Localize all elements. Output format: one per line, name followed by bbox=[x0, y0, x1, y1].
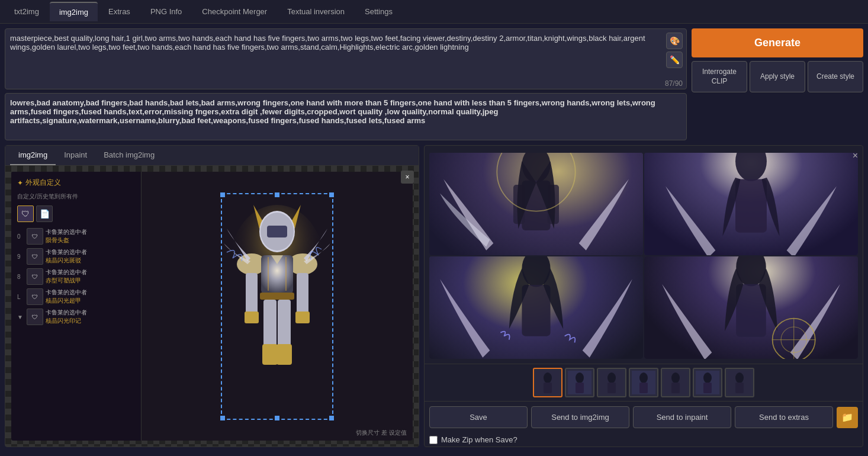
save-button[interactable]: Save bbox=[429, 406, 528, 428]
right-panel: × bbox=[424, 145, 863, 447]
edit-button[interactable]: ✏️ bbox=[666, 52, 683, 68]
result-svg-3 bbox=[429, 256, 643, 359]
result-image-2[interactable] bbox=[644, 153, 858, 255]
thumb-svg-6 bbox=[696, 371, 719, 394]
thumbnail-4[interactable] bbox=[629, 368, 658, 397]
result-svg-2 bbox=[644, 153, 858, 255]
result-close-button[interactable]: × bbox=[853, 150, 858, 161]
send-to-extras-button[interactable]: Send to extras bbox=[735, 406, 833, 428]
negative-prompt-input[interactable]: lowres,bad anatomy,bad fingers,bad hands… bbox=[5, 94, 686, 138]
item-icon-4[interactable]: 🛡 bbox=[27, 309, 43, 325]
thumbnail-1[interactable] bbox=[533, 368, 562, 397]
thumbnail-7[interactable] bbox=[725, 368, 754, 397]
positive-prompt-input[interactable]: masterpiece,best quality,long hair,1 gir… bbox=[5, 29, 686, 76]
svg-rect-44 bbox=[576, 383, 584, 393]
tab-settings[interactable]: Settings bbox=[355, 2, 402, 21]
create-style-button[interactable]: Create style bbox=[808, 61, 863, 92]
list-item: 8 🛡 卡鲁莱的选中者 赤型可塑战甲 bbox=[17, 267, 135, 286]
tab-batch-img2img[interactable]: Batch img2img bbox=[95, 146, 163, 165]
top-section: masterpiece,best quality,long hair,1 gir… bbox=[5, 28, 863, 140]
svg-rect-12 bbox=[262, 344, 278, 365]
canvas-close-button[interactable]: × bbox=[401, 171, 414, 184]
svg-rect-14 bbox=[246, 273, 258, 314]
zip-checkbox[interactable] bbox=[429, 436, 438, 444]
result-svg-1 bbox=[429, 153, 643, 255]
item-icon-0[interactable]: 🛡 bbox=[27, 228, 43, 245]
game-items-list: 0 🛡 卡鲁莱的选中者 陨骨头盔 9 🛡 bbox=[17, 227, 135, 326]
img2img-canvas[interactable]: × ✦ 外观自定义 自定义/历史笔到所有件 🛡 bbox=[5, 166, 419, 447]
thumb-svg-4 bbox=[632, 371, 655, 394]
interrogate-clip-button[interactable]: Interrogate CLIP bbox=[692, 61, 747, 92]
svg-rect-9 bbox=[260, 293, 294, 300]
svg-rect-50 bbox=[639, 383, 648, 393]
svg-point-49 bbox=[639, 372, 648, 383]
tab-png-info[interactable]: PNG Info bbox=[141, 2, 191, 21]
char-count: 87/90 bbox=[5, 78, 686, 89]
svg-rect-53 bbox=[671, 383, 680, 393]
result-image-3[interactable] bbox=[429, 256, 643, 359]
thumbnail-6[interactable] bbox=[693, 368, 722, 397]
item-icon-3[interactable]: 🛡 bbox=[27, 288, 43, 305]
game-icon-page[interactable]: 📄 bbox=[36, 205, 53, 222]
bottom-section: img2img Inpaint Batch img2img × ✦ 外观自定义 bbox=[5, 145, 863, 447]
main-layout: masterpiece,best quality,long hair,1 gir… bbox=[0, 24, 868, 452]
panel-content: × ✦ 外观自定义 自定义/历史笔到所有件 🛡 bbox=[5, 166, 419, 447]
panel-tabs: img2img Inpaint Batch img2img bbox=[5, 146, 419, 166]
thumbnail-5[interactable] bbox=[661, 368, 690, 397]
svg-rect-17 bbox=[295, 312, 310, 323]
prompt-icons: 🎨 ✏️ bbox=[666, 33, 683, 68]
positive-prompt-box: masterpiece,best quality,long hair,1 gir… bbox=[5, 28, 687, 89]
send-to-img2img-button[interactable]: Send to img2img bbox=[531, 406, 629, 428]
character-container bbox=[221, 193, 333, 420]
svg-rect-31 bbox=[522, 285, 550, 336]
tab-txt2img[interactable]: txt2img bbox=[5, 2, 49, 21]
item-icon-1[interactable]: 🛡 bbox=[27, 248, 43, 265]
svg-point-55 bbox=[703, 372, 712, 383]
apply-style-button[interactable]: Apply style bbox=[750, 61, 805, 92]
result-grid bbox=[425, 146, 863, 364]
game-main-content: 切换尺寸 差 设定值 bbox=[142, 172, 413, 441]
zip-row: Make Zip when Save? bbox=[425, 433, 863, 447]
tab-checkpoint-merger[interactable]: Checkpoint Merger bbox=[192, 2, 277, 21]
svg-point-46 bbox=[607, 372, 616, 383]
generate-button[interactable]: Generate bbox=[692, 28, 863, 57]
tab-textual-inversion[interactable]: Textual inversion bbox=[278, 2, 354, 21]
svg-rect-56 bbox=[703, 383, 712, 393]
tab-img2img-panel[interactable]: img2img bbox=[10, 146, 56, 165]
thumb-svg-1 bbox=[536, 371, 560, 394]
svg-rect-59 bbox=[735, 383, 744, 393]
thumbnail-2[interactable] bbox=[565, 368, 594, 397]
thumb-svg-2 bbox=[568, 371, 591, 394]
svg-rect-41 bbox=[544, 383, 552, 393]
thumbnail-3[interactable] bbox=[597, 368, 626, 397]
tab-inpaint[interactable]: Inpaint bbox=[56, 146, 95, 165]
folder-button[interactable]: 📁 bbox=[837, 407, 858, 428]
result-image-1[interactable] bbox=[429, 153, 643, 255]
bottom-action-bar: Save Send to img2img Send to inpaint Sen… bbox=[425, 401, 863, 433]
thumb-svg-3 bbox=[600, 371, 623, 394]
svg-rect-10 bbox=[263, 300, 277, 347]
palette-button[interactable]: 🎨 bbox=[666, 33, 683, 49]
svg-rect-5 bbox=[267, 226, 287, 237]
game-icon-row: 🛡 📄 bbox=[17, 205, 135, 222]
thumbnail-strip bbox=[425, 364, 863, 401]
result-svg-4 bbox=[644, 256, 858, 359]
game-icon-shield[interactable]: 🛡 bbox=[17, 205, 34, 222]
send-to-inpaint-button[interactable]: Send to inpaint bbox=[633, 406, 731, 428]
tab-extras[interactable]: Extras bbox=[99, 2, 140, 21]
canvas-label: 切换尺寸 差 设定值 bbox=[356, 429, 407, 437]
svg-rect-15 bbox=[297, 273, 308, 314]
result-image-4[interactable] bbox=[644, 256, 858, 359]
thumb-svg-5 bbox=[664, 371, 687, 394]
left-panel: img2img Inpaint Batch img2img × ✦ 外观自定义 bbox=[5, 145, 419, 447]
svg-rect-47 bbox=[607, 383, 616, 393]
svg-point-58 bbox=[735, 372, 744, 383]
character-svg bbox=[221, 193, 333, 418]
svg-rect-28 bbox=[735, 179, 767, 232]
negative-prompt-box: lowres,bad anatomy,bad fingers,bad hands… bbox=[5, 93, 687, 140]
list-item: 9 🛡 卡鲁莱的选中者 核晶闪光斑驳 bbox=[17, 247, 135, 266]
game-sidebar: ✦ 外观自定义 自定义/历史笔到所有件 🛡 📄 bbox=[11, 172, 142, 441]
tab-img2img[interactable]: img2img bbox=[50, 2, 98, 21]
game-ui-overlay: ✦ 外观自定义 自定义/历史笔到所有件 🛡 📄 bbox=[11, 172, 413, 441]
item-icon-2[interactable]: 🛡 bbox=[27, 268, 43, 285]
